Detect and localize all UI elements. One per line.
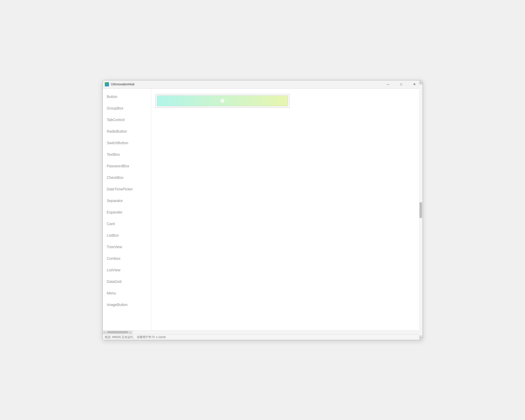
sidebar-item-radiobutton[interactable]: RadioButton bbox=[103, 126, 151, 137]
title-bar: UIInnovationHub ─ □ ✕ bbox=[103, 80, 423, 89]
sidebar-item-passwordbox[interactable]: PasswordBox bbox=[103, 160, 151, 172]
sidebar-item-menu[interactable]: Menu bbox=[103, 287, 151, 299]
sidebar-item-datetimepicker[interactable]: DateTimePicker bbox=[103, 183, 151, 195]
title-bar-controls: ─ □ ✕ bbox=[382, 80, 420, 89]
gradient-button-preview[interactable] bbox=[157, 95, 288, 106]
sidebar-item-listbox[interactable]: ListBox bbox=[103, 230, 151, 241]
main-window: UIInnovationHub ─ □ ✕ Button GroupBox Ta… bbox=[102, 80, 423, 340]
horizontal-scrollbar: < > bbox=[103, 330, 423, 334]
app-icon bbox=[105, 82, 109, 86]
scroll-right-button[interactable]: > bbox=[128, 330, 133, 334]
sidebar-item-treeview[interactable]: TreeView bbox=[103, 241, 151, 253]
sidebar-item-datagrid[interactable]: DataGrid bbox=[103, 276, 151, 287]
scroll-left-button[interactable]: < bbox=[103, 330, 107, 334]
sidebar-item-textbox[interactable]: TextBox bbox=[103, 149, 151, 160]
sidebar-item-listview[interactable]: ListView bbox=[103, 264, 151, 276]
minimize-button[interactable]: ─ bbox=[382, 80, 394, 89]
status-text: 状态: 49/625 正在运行。 仅限用于学习! ≥ 1(m/l) bbox=[105, 335, 166, 339]
sidebar-item-expander[interactable]: Expander bbox=[103, 206, 151, 218]
title-bar-left: UIInnovationHub bbox=[105, 82, 134, 86]
window-body: Button GroupBox TabControl RadioButton S… bbox=[103, 89, 423, 330]
sidebar-item-button[interactable]: Button bbox=[103, 91, 151, 102]
button-preview-container bbox=[155, 94, 289, 108]
sidebar-item-switchbutton[interactable]: SwitchButton bbox=[103, 137, 151, 149]
status-bar: 状态: 49/625 正在运行。 仅限用于学习! ≥ 1(m/l) bbox=[103, 334, 423, 340]
vertical-scrollbar: ∧ ∨ bbox=[419, 89, 423, 330]
sidebar-item-card[interactable]: Card bbox=[103, 218, 151, 230]
window-title: UIInnovationHub bbox=[111, 82, 134, 86]
button-circle-indicator bbox=[220, 98, 225, 103]
main-content bbox=[151, 89, 423, 330]
maximize-button[interactable]: □ bbox=[395, 80, 407, 89]
sidebar-item-tabcontrol[interactable]: TabControl bbox=[103, 114, 151, 126]
scroll-thumb[interactable] bbox=[419, 202, 422, 218]
horizontal-scroll-thumb[interactable] bbox=[107, 331, 128, 334]
sidebar: Button GroupBox TabControl RadioButton S… bbox=[103, 89, 151, 330]
sidebar-item-groupbox[interactable]: GroupBox bbox=[103, 102, 151, 114]
sidebar-item-combox[interactable]: Combox bbox=[103, 253, 151, 264]
sidebar-item-imagebutton[interactable]: ImageButton bbox=[103, 299, 151, 310]
sidebar-item-separator[interactable]: Separator bbox=[103, 195, 151, 206]
sidebar-item-checkbox[interactable]: CheckBox bbox=[103, 172, 151, 183]
